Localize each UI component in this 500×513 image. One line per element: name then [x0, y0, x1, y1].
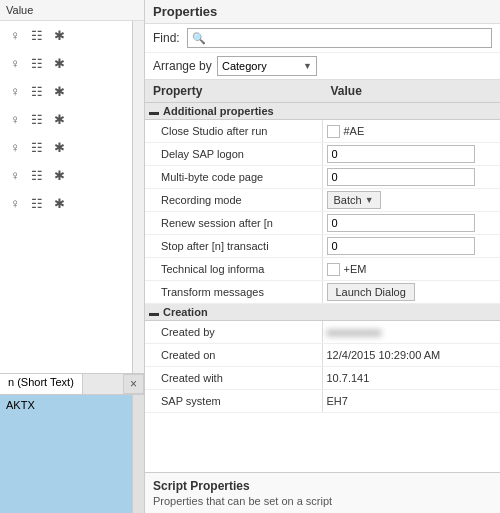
prop-value-technical-log: +EM [323, 261, 501, 278]
left-panel-body: ♀ ☷ ✱ ♀ ☷ ✱ ♀ ☷ ✱ ♀ ☷ ✱ ♀ ☷ ✱ ♀ ☷ ✱ [0, 21, 144, 373]
find-label: Find: [153, 31, 183, 45]
asterisk-icon: ✱ [50, 82, 68, 100]
find-row: Find: 🔍 [145, 24, 500, 53]
list-item[interactable]: ♀ ☷ ✱ [0, 161, 144, 189]
list-item[interactable]: ♀ ☷ ✱ [0, 189, 144, 217]
prop-row-created-with: Created with 10.7.141 [145, 367, 500, 390]
left-panel: Value ♀ ☷ ✱ ♀ ☷ ✱ ♀ ☷ ✱ ♀ ☷ ✱ ♀ ☷ ✱ ♀ [0, 0, 145, 513]
grid-icon: ☷ [28, 138, 46, 156]
prop-value-close-studio: #AE [323, 123, 501, 140]
additional-properties-label: Additional properties [163, 105, 274, 117]
value-header-label: Value [6, 4, 33, 16]
run-icon: ♀ [6, 166, 24, 184]
prop-row-close-studio: Close Studio after run #AE [145, 120, 500, 143]
run-icon: ♀ [6, 82, 24, 100]
grid-icon: ☷ [28, 54, 46, 72]
dropdown-arrow-icon: ▼ [365, 195, 374, 205]
arrange-select[interactable]: Category ▼ [217, 56, 317, 76]
chevron-down-icon: ▼ [303, 61, 312, 71]
prop-name-created-on: Created on [145, 344, 323, 366]
grid-icon: ☷ [28, 82, 46, 100]
search-icon: 🔍 [192, 32, 206, 45]
recording-mode-dropdown[interactable]: Batch ▼ [327, 191, 381, 209]
bottom-tab[interactable]: n (Short Text) [0, 374, 83, 394]
prop-table-header: Property Value [145, 80, 500, 103]
launch-dialog-button[interactable]: Launch Dialog [327, 283, 415, 301]
prop-value-sap-system: EH7 [323, 393, 501, 409]
technical-log-checkbox[interactable] [327, 263, 340, 276]
asterisk-icon: ✱ [50, 166, 68, 184]
prop-value-created-by: xxxxxxxxxx [323, 324, 501, 340]
prop-row-created-on: Created on 12/4/2015 10:29:00 AM [145, 344, 500, 367]
creation-section-header: ▬ Creation [145, 304, 500, 321]
delay-sap-input[interactable] [327, 145, 475, 163]
prop-name-stop-after: Stop after [n] transacti [145, 235, 323, 257]
asterisk-icon: ✱ [50, 54, 68, 72]
recording-mode-value: Batch [334, 194, 362, 206]
left-scrollbar[interactable] [132, 21, 144, 373]
prop-name-created-with: Created with [145, 367, 323, 389]
additional-properties-section-header: ▬ Additional properties [145, 103, 500, 120]
section-collapse-icon[interactable]: ▬ [149, 106, 159, 117]
close-button[interactable]: × [123, 374, 144, 394]
tab-label: n (Short Text) [8, 376, 74, 388]
section-collapse-icon[interactable]: ▬ [149, 307, 159, 318]
created-by-value: xxxxxxxxxx [327, 326, 382, 338]
prop-name-sap-system: SAP system [145, 390, 323, 412]
prop-row-delay-sap: Delay SAP logon [145, 143, 500, 166]
multibyte-input[interactable] [327, 168, 475, 186]
bottom-sub-label: AKTX [6, 399, 126, 411]
prop-row-multibyte: Multi-byte code page [145, 166, 500, 189]
grid-icon: ☷ [28, 194, 46, 212]
grid-icon: ☷ [28, 26, 46, 44]
run-icon: ♀ [6, 26, 24, 44]
properties-title: Properties [145, 0, 500, 24]
prop-name-transform-messages: Transform messages [145, 281, 323, 303]
arrange-label: Arrange by [153, 59, 213, 73]
list-item[interactable]: ♀ ☷ ✱ [0, 105, 144, 133]
left-panel-bottom: n (Short Text) × AKTX [0, 373, 144, 513]
launch-dialog-label: Launch Dialog [336, 286, 406, 298]
run-icon: ♀ [6, 54, 24, 72]
renew-session-input[interactable] [327, 214, 475, 232]
asterisk-icon: ✱ [50, 26, 68, 44]
prop-name-technical-log: Technical log informa [145, 258, 323, 280]
prop-name-recording-mode: Recording mode [145, 189, 323, 211]
asterisk-icon: ✱ [50, 194, 68, 212]
list-item[interactable]: ♀ ☷ ✱ [0, 49, 144, 77]
prop-row-technical-log: Technical log informa +EM [145, 258, 500, 281]
prop-row-sap-system: SAP system EH7 [145, 390, 500, 413]
arrange-value: Category [222, 60, 267, 72]
prop-name-delay-sap: Delay SAP logon [145, 143, 323, 165]
prop-row-created-by: Created by xxxxxxxxxx [145, 321, 500, 344]
find-input[interactable]: 🔍 [187, 28, 492, 48]
left-panel-header: Value [0, 0, 144, 21]
creation-label: Creation [163, 306, 208, 318]
prop-row-transform-messages: Transform messages Launch Dialog [145, 281, 500, 304]
prop-value-multibyte [323, 166, 501, 188]
list-item[interactable]: ♀ ☷ ✱ [0, 21, 144, 49]
tab-bar: n (Short Text) × [0, 374, 144, 395]
prop-name-created-by: Created by [145, 321, 323, 343]
bottom-scrollbar[interactable] [132, 395, 144, 513]
grid-icon: ☷ [28, 110, 46, 128]
list-item[interactable]: ♀ ☷ ✱ [0, 77, 144, 105]
list-item[interactable]: ♀ ☷ ✱ [0, 133, 144, 161]
run-icon: ♀ [6, 110, 24, 128]
stop-after-input[interactable] [327, 237, 475, 255]
prop-name-close-studio: Close Studio after run [145, 120, 323, 142]
asterisk-icon: ✱ [50, 138, 68, 156]
prop-value-recording-mode: Batch ▼ [323, 189, 501, 211]
prop-value-created-with: 10.7.141 [323, 370, 501, 386]
prop-value-delay-sap [323, 143, 501, 165]
close-studio-checkbox[interactable] [327, 125, 340, 138]
created-with-value: 10.7.141 [327, 372, 370, 384]
prop-value-renew-session [323, 212, 501, 234]
run-icon: ♀ [6, 194, 24, 212]
script-properties-title: Script Properties [153, 479, 492, 493]
prop-value-stop-after [323, 235, 501, 257]
grid-icon: ☷ [28, 166, 46, 184]
prop-table-container: ▬ Additional properties Close Studio aft… [145, 103, 500, 472]
arrange-row: Arrange by Category ▼ [145, 53, 500, 80]
created-on-value: 12/4/2015 10:29:00 AM [327, 349, 441, 361]
